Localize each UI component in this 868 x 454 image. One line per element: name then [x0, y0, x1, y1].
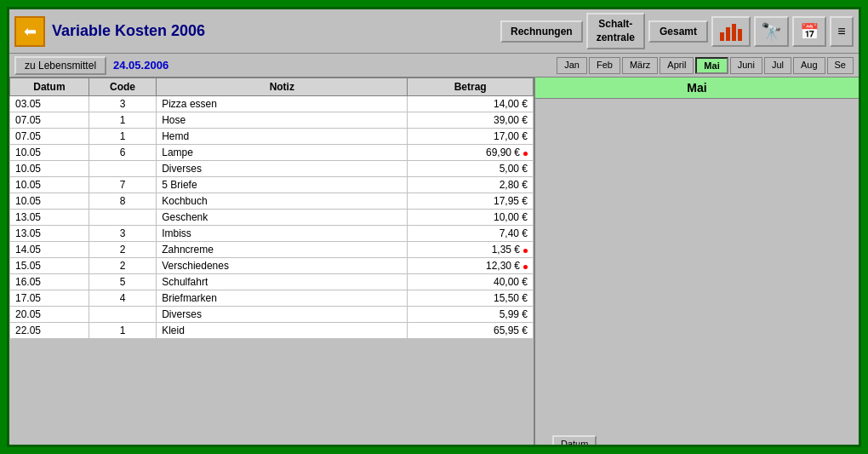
col-code: Code — [89, 78, 156, 96]
cell-betrag: 7,40 € — [408, 226, 534, 242]
toolbar: Rechnungen Schalt-zentrale Gesamt 🔭 📅 — [500, 13, 854, 49]
cell-code: 7 — [89, 177, 156, 193]
table-row: 13.053Imbiss7,40 € — [10, 226, 534, 242]
cell-datum: 13.05 — [10, 210, 89, 226]
col-betrag: Betrag — [408, 78, 534, 96]
table-row: 07.051Hemd17,00 € — [10, 129, 534, 145]
tab-sep[interactable]: Se — [827, 57, 854, 74]
main-window: ⬅ Variable Kosten 2006 Rechnungen Schalt… — [7, 7, 861, 447]
cell-notiz: Geschenk — [157, 210, 408, 226]
cell-betrag: 14,00 € — [408, 96, 534, 112]
cell-code — [89, 210, 156, 226]
cell-betrag: 65,95 € — [408, 323, 534, 339]
cell-notiz: Kleid — [157, 323, 408, 339]
cell-datum: 13.05 — [10, 226, 89, 242]
svg-rect-0 — [720, 32, 724, 41]
cell-betrag: 40,00 € — [408, 274, 534, 290]
cell-notiz: 5 Briefe — [157, 177, 408, 193]
cell-code: 4 — [89, 290, 156, 307]
mai-header: Mai — [535, 78, 859, 99]
tab-mai[interactable]: Mai — [695, 57, 728, 74]
schalt-zentrale-button[interactable]: Schalt-zentrale — [586, 13, 645, 49]
table-row: 22.051Kleid65,95 € — [10, 323, 534, 339]
cell-datum: 17.05 — [10, 290, 89, 307]
table-row: 10.058Kochbuch17,95 € — [10, 193, 534, 210]
tab-feb[interactable]: Feb — [589, 57, 620, 74]
tab-jan[interactable]: Jan — [557, 57, 587, 74]
cell-code: 3 — [89, 226, 156, 242]
cell-betrag: 12,30 € — [408, 258, 534, 274]
extra-icon: ≡ — [837, 24, 845, 39]
cell-betrag: 17,00 € — [408, 129, 534, 145]
zu-lebensmittel-button[interactable]: zu Lebensmittel — [14, 56, 106, 75]
table-row: 17.054Briefmarken15,50 € — [10, 290, 534, 307]
binoculars-button[interactable]: 🔭 — [754, 16, 789, 47]
cell-betrag: 39,00 € — [408, 112, 534, 129]
cell-betrag: 69,90 € — [408, 145, 534, 161]
cell-notiz: Diverses — [157, 307, 408, 323]
cell-betrag: 2,80 € — [408, 177, 534, 193]
red-dot-icon — [523, 152, 528, 156]
cell-code: 3 — [89, 96, 156, 112]
cell-notiz: Schulfahrt — [157, 274, 408, 290]
cell-betrag: 1,35 € — [408, 242, 534, 258]
cell-betrag: 5,00 € — [408, 161, 534, 177]
title-bar: ⬅ Variable Kosten 2006 Rechnungen Schalt… — [9, 9, 859, 54]
app-title: Variable Kosten 2006 — [52, 22, 494, 40]
current-date: 24.05.2006 — [113, 59, 168, 72]
cell-notiz: Imbiss — [157, 226, 408, 242]
left-table-container: Datum Code Notiz Betrag 03.053Pizza esse… — [9, 78, 535, 445]
table-row: 16.055Schulfahrt40,00 € — [10, 274, 534, 290]
tab-mar[interactable]: März — [622, 57, 658, 74]
svg-rect-3 — [738, 29, 742, 41]
cell-notiz: Hose — [157, 112, 408, 129]
calendar-icon: 📅 — [800, 22, 819, 41]
table-row: 20.05Diverses5,99 € — [10, 307, 534, 323]
chart-icon — [718, 20, 744, 43]
tab-jun[interactable]: Juni — [730, 57, 762, 74]
cell-datum: 16.05 — [10, 274, 89, 290]
extra-button[interactable]: ≡ — [830, 16, 854, 47]
cell-notiz: Pizza essen — [157, 96, 408, 112]
binoculars-icon: 🔭 — [761, 21, 782, 42]
cell-datum: 07.05 — [10, 112, 89, 129]
col-datum: Datum — [10, 78, 89, 96]
gesamt-label: Gesamt — [660, 26, 697, 37]
rechnungen-button[interactable]: Rechnungen — [500, 20, 583, 43]
cell-datum: 15.05 — [10, 258, 89, 274]
col-notiz: Notiz — [157, 78, 408, 96]
month-tabs: Jan Feb März April Mai Juni Jul Aug Se — [557, 57, 854, 74]
cell-notiz: Kochbuch — [157, 193, 408, 210]
expenses-table: Datum Code Notiz Betrag 03.053Pizza esse… — [9, 78, 534, 339]
cell-notiz: Diverses — [157, 161, 408, 177]
table-row: 03.053Pizza essen14,00 € — [10, 96, 534, 112]
tab-jul[interactable]: Jul — [764, 57, 791, 74]
cell-code: 8 — [89, 193, 156, 210]
cell-datum: 03.05 — [10, 96, 89, 112]
cell-datum: 07.05 — [10, 129, 89, 145]
cell-notiz: Zahncreme — [157, 242, 408, 258]
datum-button[interactable]: Datum — [552, 435, 597, 445]
table-row: 07.051Hose39,00 € — [10, 112, 534, 129]
table-row: 14.052Zahncreme1,35 € — [10, 242, 534, 258]
cell-datum: 22.05 — [10, 323, 89, 339]
table-row: 10.0575 Briefe2,80 € — [10, 177, 534, 193]
cell-notiz: Hemd — [157, 129, 408, 145]
table-row: 13.05Geschenk10,00 € — [10, 210, 534, 226]
cell-code: 1 — [89, 112, 156, 129]
cell-code: 2 — [89, 242, 156, 258]
gesamt-button[interactable]: Gesamt — [648, 20, 708, 43]
calendar-button[interactable]: 📅 — [792, 16, 826, 47]
cell-code — [89, 161, 156, 177]
cell-datum: 10.05 — [10, 145, 89, 161]
svg-rect-2 — [732, 24, 736, 41]
cell-code — [89, 307, 156, 323]
chart-button[interactable] — [711, 16, 751, 47]
red-dot-icon — [523, 265, 528, 269]
cell-notiz: Verschiedenes — [157, 258, 408, 274]
app-icon: ⬅ — [14, 16, 45, 47]
sub-bar: zu Lebensmittel 24.05.2006 Jan Feb März … — [9, 54, 859, 78]
cell-code: 2 — [89, 258, 156, 274]
tab-aug[interactable]: Aug — [793, 57, 825, 74]
tab-apr[interactable]: April — [660, 57, 694, 74]
